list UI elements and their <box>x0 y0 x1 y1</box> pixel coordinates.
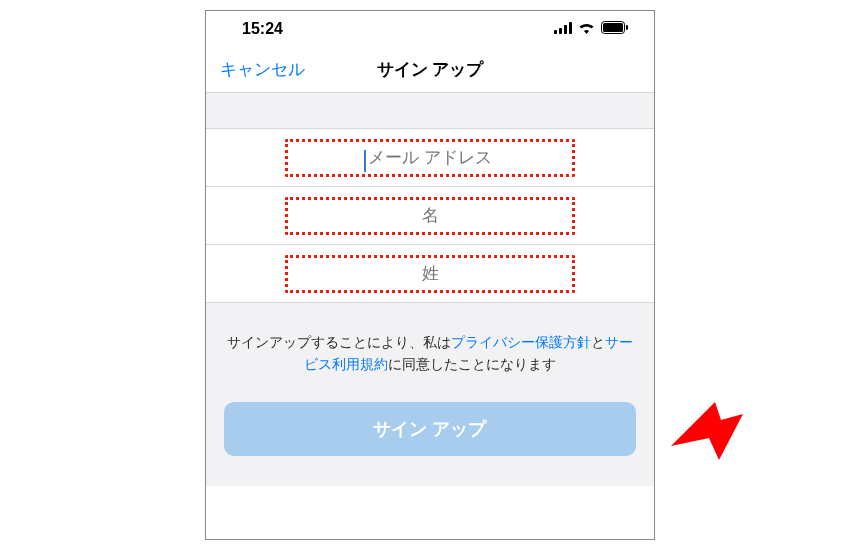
svg-marker-7 <box>671 402 743 460</box>
agreement-text: サインアップすることにより、私はプライバシー保護方針とサービス利用規約に同意した… <box>224 331 636 376</box>
svg-rect-5 <box>603 23 623 32</box>
signup-form <box>206 129 654 303</box>
lastname-highlight <box>285 255 575 293</box>
status-time: 15:24 <box>242 20 283 38</box>
email-field[interactable] <box>288 148 572 168</box>
agreement-part2: に同意したことになります <box>388 356 556 372</box>
privacy-link[interactable]: プライバシー保護方針 <box>451 334 591 350</box>
phone-frame: 15:24 キャンセル サイン アップ <box>205 10 655 540</box>
lastname-row <box>206 245 654 303</box>
pointer-arrow-icon <box>665 390 745 470</box>
agreement-and: と <box>591 334 605 350</box>
cancel-button[interactable]: キャンセル <box>220 58 305 81</box>
firstname-field[interactable] <box>288 206 572 226</box>
spacer <box>206 93 654 129</box>
nav-bar: キャンセル サイン アップ <box>206 47 654 93</box>
wifi-icon <box>578 20 595 38</box>
firstname-highlight <box>285 197 575 235</box>
status-bar: 15:24 <box>206 11 654 47</box>
svg-rect-2 <box>564 25 567 34</box>
firstname-row <box>206 187 654 245</box>
agreement-part1: サインアップすることにより、私は <box>227 334 451 350</box>
battery-icon <box>601 20 628 38</box>
status-icons <box>554 20 628 38</box>
svg-rect-3 <box>569 22 572 34</box>
email-row <box>206 129 654 187</box>
svg-rect-0 <box>554 30 557 34</box>
email-highlight <box>285 139 575 177</box>
below-form-section: サインアップすることにより、私はプライバシー保護方針とサービス利用規約に同意した… <box>206 303 654 486</box>
signal-icon <box>554 20 572 38</box>
lastname-field[interactable] <box>288 264 572 284</box>
signup-button[interactable]: サイン アップ <box>224 402 636 456</box>
svg-rect-1 <box>559 28 562 34</box>
svg-rect-6 <box>626 25 628 30</box>
page-title: サイン アップ <box>377 58 484 81</box>
text-cursor <box>364 150 366 172</box>
